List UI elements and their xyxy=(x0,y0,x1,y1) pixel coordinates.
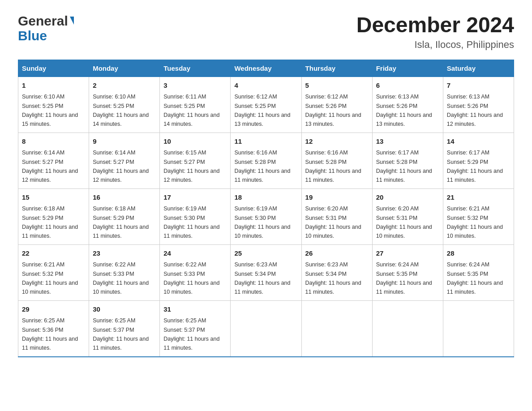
calendar-week-row: 15 Sunrise: 6:18 AMSunset: 5:29 PMDaylig… xyxy=(18,188,514,244)
calendar-cell: 31 Sunrise: 6:25 AMSunset: 5:37 PMDaylig… xyxy=(160,300,231,357)
calendar-cell: 21 Sunrise: 6:21 AMSunset: 5:32 PMDaylig… xyxy=(443,188,514,244)
day-number: 9 xyxy=(93,137,156,147)
cell-info: Sunrise: 6:12 AMSunset: 5:26 PMDaylight:… xyxy=(305,94,361,127)
cell-info: Sunrise: 6:23 AMSunset: 5:34 PMDaylight:… xyxy=(305,261,361,295)
cell-info: Sunrise: 6:15 AMSunset: 5:27 PMDaylight:… xyxy=(163,150,219,183)
calendar-cell: 8 Sunrise: 6:14 AMSunset: 5:27 PMDayligh… xyxy=(18,133,89,188)
cell-info: Sunrise: 6:22 AMSunset: 5:33 PMDaylight:… xyxy=(163,261,219,295)
day-number: 1 xyxy=(22,81,85,91)
logo-general-text: General xyxy=(18,13,68,29)
day-number: 26 xyxy=(305,248,369,259)
calendar-week-row: 22 Sunrise: 6:21 AMSunset: 5:32 PMDaylig… xyxy=(18,244,514,300)
cell-info: Sunrise: 6:20 AMSunset: 5:31 PMDaylight:… xyxy=(376,206,432,239)
day-number: 30 xyxy=(93,304,156,315)
day-number: 24 xyxy=(163,248,227,259)
title-block: December 2024 Isla, Ilocos, Philippines xyxy=(356,13,514,51)
calendar-cell: 7 Sunrise: 6:13 AMSunset: 5:26 PMDayligh… xyxy=(443,77,514,133)
cell-info: Sunrise: 6:25 AMSunset: 5:37 PMDaylight:… xyxy=(93,317,149,351)
cell-info: Sunrise: 6:16 AMSunset: 5:28 PMDaylight:… xyxy=(305,150,361,183)
cell-info: Sunrise: 6:10 AMSunset: 5:25 PMDaylight:… xyxy=(93,94,149,127)
calendar-week-row: 1 Sunrise: 6:10 AMSunset: 5:25 PMDayligh… xyxy=(18,77,514,133)
cell-info: Sunrise: 6:13 AMSunset: 5:26 PMDaylight:… xyxy=(376,94,432,127)
cell-info: Sunrise: 6:19 AMSunset: 5:30 PMDaylight:… xyxy=(163,206,219,239)
day-number: 15 xyxy=(22,193,85,203)
day-number: 22 xyxy=(22,248,85,259)
logo: General Blue xyxy=(18,13,74,43)
calendar-cell: 25 Sunrise: 6:23 AMSunset: 5:34 PMDaylig… xyxy=(231,244,301,300)
calendar-cell xyxy=(372,300,443,357)
day-number: 19 xyxy=(305,193,369,203)
day-number: 16 xyxy=(93,193,156,203)
day-number: 21 xyxy=(447,193,510,203)
calendar-week-row: 29 Sunrise: 6:25 AMSunset: 5:36 PMDaylig… xyxy=(18,300,514,357)
day-number: 20 xyxy=(376,193,439,203)
cell-info: Sunrise: 6:16 AMSunset: 5:28 PMDaylight:… xyxy=(234,150,290,183)
cell-info: Sunrise: 6:17 AMSunset: 5:28 PMDaylight:… xyxy=(376,150,432,183)
calendar-table: SundayMondayTuesdayWednesdayThursdayFrid… xyxy=(18,60,514,357)
logo-arrow-icon xyxy=(70,17,74,25)
calendar-cell: 9 Sunrise: 6:14 AMSunset: 5:27 PMDayligh… xyxy=(89,133,160,188)
calendar-cell xyxy=(301,300,372,357)
calendar-cell xyxy=(443,300,514,357)
day-number: 11 xyxy=(234,137,297,147)
calendar-header-thursday: Thursday xyxy=(301,60,372,77)
cell-info: Sunrise: 6:24 AMSunset: 5:35 PMDaylight:… xyxy=(447,261,503,295)
day-number: 29 xyxy=(22,304,85,315)
day-number: 13 xyxy=(376,137,439,147)
calendar-cell: 24 Sunrise: 6:22 AMSunset: 5:33 PMDaylig… xyxy=(160,244,231,300)
calendar-header-friday: Friday xyxy=(372,60,443,77)
calendar-cell: 5 Sunrise: 6:12 AMSunset: 5:26 PMDayligh… xyxy=(301,77,372,133)
calendar-cell: 27 Sunrise: 6:24 AMSunset: 5:35 PMDaylig… xyxy=(372,244,443,300)
day-number: 8 xyxy=(22,137,85,147)
calendar-cell: 30 Sunrise: 6:25 AMSunset: 5:37 PMDaylig… xyxy=(89,300,160,357)
calendar-cell: 23 Sunrise: 6:22 AMSunset: 5:33 PMDaylig… xyxy=(89,244,160,300)
calendar-cell: 2 Sunrise: 6:10 AMSunset: 5:25 PMDayligh… xyxy=(89,77,160,133)
calendar-cell: 15 Sunrise: 6:18 AMSunset: 5:29 PMDaylig… xyxy=(18,188,89,244)
cell-info: Sunrise: 6:14 AMSunset: 5:27 PMDaylight:… xyxy=(93,150,149,183)
cell-info: Sunrise: 6:20 AMSunset: 5:31 PMDaylight:… xyxy=(305,206,361,239)
calendar-cell: 1 Sunrise: 6:10 AMSunset: 5:25 PMDayligh… xyxy=(18,77,89,133)
calendar-header-wednesday: Wednesday xyxy=(231,60,301,77)
page-header: General Blue December 2024 Isla, Ilocos,… xyxy=(18,13,514,51)
day-number: 7 xyxy=(447,81,510,91)
cell-info: Sunrise: 6:13 AMSunset: 5:26 PMDaylight:… xyxy=(447,94,503,127)
day-number: 28 xyxy=(447,248,510,259)
cell-info: Sunrise: 6:17 AMSunset: 5:29 PMDaylight:… xyxy=(447,150,503,183)
calendar-cell: 6 Sunrise: 6:13 AMSunset: 5:26 PMDayligh… xyxy=(372,77,443,133)
month-year-title: December 2024 xyxy=(356,13,514,37)
calendar-header-tuesday: Tuesday xyxy=(160,60,231,77)
day-number: 10 xyxy=(163,137,227,147)
cell-info: Sunrise: 6:23 AMSunset: 5:34 PMDaylight:… xyxy=(234,261,290,295)
cell-info: Sunrise: 6:10 AMSunset: 5:25 PMDaylight:… xyxy=(22,94,78,127)
calendar-cell xyxy=(231,300,301,357)
day-number: 3 xyxy=(163,81,227,91)
day-number: 12 xyxy=(305,137,369,147)
calendar-cell: 13 Sunrise: 6:17 AMSunset: 5:28 PMDaylig… xyxy=(372,133,443,188)
cell-info: Sunrise: 6:19 AMSunset: 5:30 PMDaylight:… xyxy=(234,206,290,239)
calendar-cell: 11 Sunrise: 6:16 AMSunset: 5:28 PMDaylig… xyxy=(231,133,301,188)
cell-info: Sunrise: 6:25 AMSunset: 5:37 PMDaylight:… xyxy=(163,317,219,351)
day-number: 14 xyxy=(447,137,510,147)
cell-info: Sunrise: 6:14 AMSunset: 5:27 PMDaylight:… xyxy=(22,150,78,183)
day-number: 17 xyxy=(163,193,227,203)
day-number: 6 xyxy=(376,81,439,91)
calendar-cell: 12 Sunrise: 6:16 AMSunset: 5:28 PMDaylig… xyxy=(301,133,372,188)
cell-info: Sunrise: 6:18 AMSunset: 5:29 PMDaylight:… xyxy=(22,206,78,239)
calendar-cell: 19 Sunrise: 6:20 AMSunset: 5:31 PMDaylig… xyxy=(301,188,372,244)
calendar-cell: 26 Sunrise: 6:23 AMSunset: 5:34 PMDaylig… xyxy=(301,244,372,300)
calendar-cell: 20 Sunrise: 6:20 AMSunset: 5:31 PMDaylig… xyxy=(372,188,443,244)
day-number: 25 xyxy=(234,248,297,259)
calendar-header-monday: Monday xyxy=(89,60,160,77)
day-number: 5 xyxy=(305,81,369,91)
logo-blue-text: Blue xyxy=(18,28,74,44)
day-number: 4 xyxy=(234,81,297,91)
day-number: 23 xyxy=(93,248,156,259)
calendar-week-row: 8 Sunrise: 6:14 AMSunset: 5:27 PMDayligh… xyxy=(18,133,514,188)
calendar-cell: 16 Sunrise: 6:18 AMSunset: 5:29 PMDaylig… xyxy=(89,188,160,244)
cell-info: Sunrise: 6:11 AMSunset: 5:25 PMDaylight:… xyxy=(163,94,219,127)
calendar-cell: 22 Sunrise: 6:21 AMSunset: 5:32 PMDaylig… xyxy=(18,244,89,300)
cell-info: Sunrise: 6:24 AMSunset: 5:35 PMDaylight:… xyxy=(376,261,432,295)
calendar-cell: 17 Sunrise: 6:19 AMSunset: 5:30 PMDaylig… xyxy=(160,188,231,244)
calendar-cell: 18 Sunrise: 6:19 AMSunset: 5:30 PMDaylig… xyxy=(231,188,301,244)
day-number: 31 xyxy=(163,304,227,315)
